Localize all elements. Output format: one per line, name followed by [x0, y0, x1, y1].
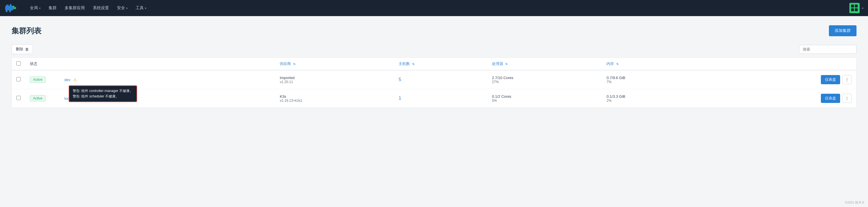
dashboard-button[interactable]: 仪表盘 [821, 94, 840, 103]
memory-usage: 0.7/9.6 GiB [607, 76, 702, 80]
status-badge: Active [30, 77, 46, 83]
delete-label: 删除 [16, 47, 23, 52]
col-memory[interactable]: 内存 ⇅ [602, 58, 707, 70]
copyright: ©2021 牧羊犬 [845, 200, 865, 205]
col-hosts[interactable]: 主机数 ⇅ [394, 58, 488, 70]
sort-icon: ⇅ [616, 62, 619, 65]
memory-usage: 0.1/3.3 GiB [607, 94, 702, 99]
sort-icon: ⇅ [505, 62, 507, 65]
more-options-button[interactable]: ⋮ [842, 75, 851, 84]
search-input[interactable] [799, 45, 857, 54]
status-badge: Active [30, 95, 46, 101]
chevron-down-icon: ▾ [145, 7, 146, 10]
provider-name: Imported [280, 76, 390, 80]
nav-item-multicluster[interactable]: 多集群应用 [61, 3, 88, 13]
chevron-down-icon: ▾ [126, 7, 128, 10]
main-content: 集群列表 添加集群 删除 🗑 状态 供应商 [0, 16, 868, 117]
memory-percent: 2% [607, 99, 702, 102]
navbar-right: ▾ [849, 3, 863, 13]
toolbar: 删除 🗑 [11, 44, 857, 54]
sort-icon: ⇅ [293, 62, 296, 65]
cpu-percent: 27% [492, 80, 597, 84]
navbar: 全局 ▾ 集群 多集群应用 系统设置 安全 ▾ 工具 ▾ ▾ [0, 0, 868, 16]
svg-rect-4 [9, 10, 11, 12]
host-count: 5 [399, 77, 401, 82]
page-title: 集群列表 [11, 26, 41, 36]
nav-item-security[interactable]: 安全 ▾ [114, 3, 131, 13]
provider-version: v1.20.11 [280, 80, 390, 84]
sort-icon: ⇅ [412, 62, 414, 65]
delete-button[interactable]: 删除 🗑 [11, 44, 33, 54]
memory-percent: 7% [607, 80, 702, 84]
cpu-percent: 5% [492, 99, 597, 102]
cluster-table: 状态 供应商 ⇅ 主机数 ⇅ 处理器 ⇅ [11, 58, 857, 108]
warning-icon: ⚠ [73, 77, 77, 82]
nav-item-cluster[interactable]: 集群 [45, 3, 60, 13]
svg-rect-1 [6, 5, 9, 7]
col-name [60, 58, 275, 70]
row-checkbox-1[interactable] [17, 96, 21, 100]
table-row: Activedev ⚠ 警告: 组件 controller-manager 不健… [12, 70, 856, 89]
user-menu-chevron[interactable]: ▾ [862, 7, 863, 10]
action-cell: 仪表盘 ⋮ [711, 75, 851, 84]
action-cell: 仪表盘 ⋮ [711, 94, 851, 103]
trash-icon: 🗑 [25, 47, 29, 52]
provider-name: K3s [280, 94, 390, 99]
cpu-usage: 2.7/10 Cores [492, 76, 597, 80]
navbar-menu: 全局 ▾ 集群 多集群应用 系统设置 安全 ▾ 工具 ▾ [26, 3, 849, 13]
cluster-name-link[interactable]: dev [64, 78, 70, 82]
logo[interactable] [5, 3, 20, 13]
select-all-checkbox[interactable] [17, 61, 21, 65]
add-cluster-button[interactable]: 添加集群 [829, 25, 857, 36]
page-header: 集群列表 添加集群 [11, 25, 857, 36]
user-avatar[interactable] [849, 3, 860, 13]
svg-rect-6 [13, 6, 14, 7]
table-row: Activelocal K3s v1.19.13+k3s11 0.1/2 Cor… [12, 89, 856, 108]
row-checkbox-0[interactable] [17, 77, 21, 81]
host-count: 1 [399, 96, 401, 100]
nav-item-tools[interactable]: 工具 ▾ [132, 3, 150, 13]
warning-tooltip-container: ⚠ 警告: 组件 controller-manager 不健康。警告: 组件 s… [71, 77, 77, 82]
nav-item-global[interactable]: 全局 ▾ [26, 3, 44, 13]
cpu-usage: 0.1/2 Cores [492, 94, 597, 99]
more-options-button[interactable]: ⋮ [842, 94, 851, 103]
col-cpu[interactable]: 处理器 ⇅ [488, 58, 602, 70]
col-status: 状态 [25, 58, 60, 70]
cluster-name-link[interactable]: local [64, 96, 72, 100]
svg-rect-3 [6, 10, 7, 12]
chevron-down-icon: ▾ [39, 7, 40, 10]
dashboard-button[interactable]: 仪表盘 [821, 75, 840, 84]
nav-item-settings[interactable]: 系统设置 [89, 3, 113, 13]
col-provider[interactable]: 供应商 ⇅ [275, 58, 394, 70]
provider-version: v1.19.13+k3s1 [280, 99, 390, 102]
svg-rect-2 [10, 4, 11, 6]
